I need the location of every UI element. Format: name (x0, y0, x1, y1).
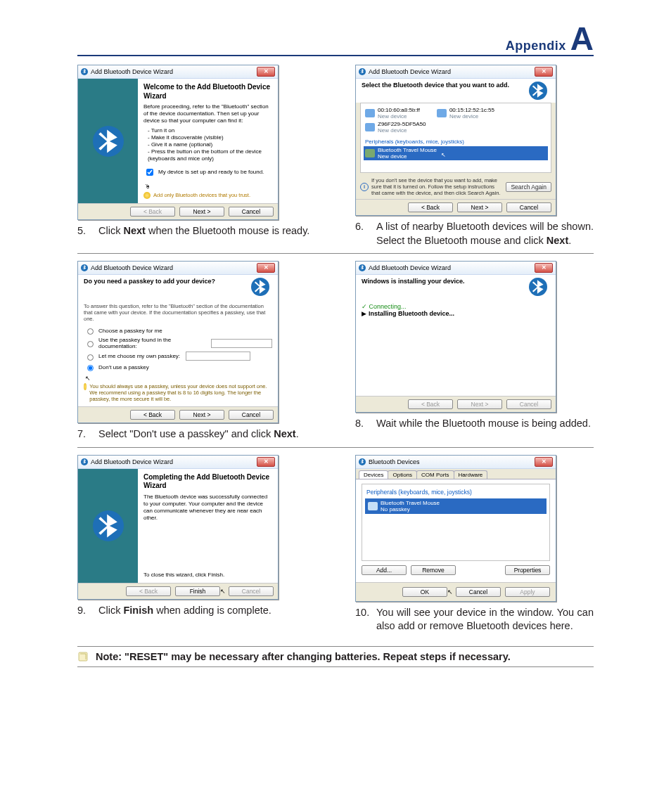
mouse-icon (368, 502, 378, 510)
wizard-step9: Add Bluetooth Device Wizard✕ Completing … (77, 455, 279, 600)
remove-button[interactable]: Remove (411, 565, 456, 575)
cursor-icon: ↖ (220, 588, 226, 598)
wizard-step6: Add Bluetooth Device Wizard ✕ Select the… (355, 65, 556, 216)
step9-caption: 9. Click Finish when adding is complete. (77, 604, 316, 618)
bluetooth-icon (529, 278, 550, 297)
cancel-button[interactable]: Cancel (229, 207, 274, 217)
note-icon (77, 651, 89, 662)
passkey-question: Do you need a passkey to add your device… (84, 278, 215, 285)
passkey-option-none[interactable]: Don't use a passkey (84, 363, 272, 371)
passkey-option-doc[interactable]: Use the passkey found in the documentati… (84, 337, 272, 349)
cancel-button: Cancel (506, 399, 551, 409)
bluetooth-icon (251, 278, 272, 297)
cancel-button[interactable]: Cancel (506, 202, 551, 212)
back-button[interactable]: < Back (408, 202, 453, 212)
bluetooth-icon (529, 82, 550, 101)
passkey-option-choose[interactable]: Choose a passkey for me (84, 326, 272, 335)
bluetooth-icon (81, 458, 88, 465)
cancel-button[interactable]: Cancel (229, 410, 274, 420)
step6-caption: 6. A list of nearby Bluetooth devices wi… (355, 220, 594, 247)
wizard-step5: Add Bluetooth Device Wizard ✕ Welcome to… (77, 65, 279, 220)
shield-icon (84, 383, 87, 390)
cancel-button: Cancel (229, 586, 274, 596)
close-icon[interactable]: ✕ (535, 457, 553, 467)
bluetooth-icon (359, 458, 366, 465)
passkey-input[interactable] (211, 339, 272, 348)
close-icon[interactable]: ✕ (257, 67, 275, 77)
check-icon: ✓ (362, 303, 367, 310)
cancel-button[interactable]: Cancel (456, 587, 501, 597)
cursor-icon: ↖ (85, 375, 91, 382)
selected-device[interactable]: Bluetooth Travel MouseNo passkey (365, 498, 547, 514)
close-icon[interactable]: ✕ (257, 457, 275, 467)
tab-options[interactable]: Options (388, 470, 417, 479)
wizard-step8: Add Bluetooth Device Wizard✕ Windows is … (355, 261, 556, 413)
add-button[interactable]: Add... (362, 565, 407, 575)
bluetooth-icon (359, 264, 366, 271)
shield-icon (143, 192, 151, 199)
arrow-icon: ▶ (362, 310, 366, 317)
bluetooth-devices-dialog: Bluetooth Devices✕ Devices Options COM P… (355, 455, 556, 602)
tab-strip: Devices Options COM Ports Hardware (356, 469, 556, 479)
page-header: Appendix A (77, 22, 594, 56)
next-button[interactable]: Next > (179, 207, 224, 217)
back-button: < Back (126, 586, 171, 596)
wizard-step7: Add Bluetooth Device Wizard✕ Do you need… (77, 261, 279, 423)
ready-checkbox[interactable]: My device is set up and ready to be foun… (143, 167, 272, 178)
bluetooth-icon (81, 264, 88, 271)
dialog-title: Add Bluetooth Device Wizard (81, 68, 173, 75)
step10-caption: 10. You will see your device in the wind… (355, 606, 594, 633)
apply-button: Apply (505, 587, 550, 597)
back-button[interactable]: < Back (130, 410, 175, 420)
cursor-icon: ↖ (447, 588, 453, 598)
device-icon (365, 123, 375, 131)
cursor-icon: 🖱 (145, 183, 151, 191)
finish-button[interactable]: Finish (175, 586, 220, 596)
appendix-letter: A (570, 22, 594, 55)
bluetooth-icon (81, 68, 88, 75)
step5-caption: 5. Click Next when the Bluetooth mouse i… (77, 224, 316, 238)
next-button: Next > (457, 399, 502, 409)
connecting-status: ✓ Connecting... (362, 303, 550, 310)
appendix-label: Appendix (506, 39, 566, 53)
search-again-button[interactable]: Search Again (506, 182, 551, 192)
mouse-icon (365, 149, 375, 157)
close-icon[interactable]: ✕ (535, 263, 553, 273)
tab-hardware[interactable]: Hardware (454, 470, 488, 479)
next-button[interactable]: Next > (457, 202, 502, 212)
note-row: Note: "RESET" may be necessary after cha… (77, 646, 594, 667)
installing-heading: Windows is installing your device. (362, 278, 464, 285)
selected-device[interactable]: Bluetooth Travel MouseNew device↖ (364, 146, 548, 160)
ok-button[interactable]: OK (402, 587, 447, 597)
bluetooth-icon (359, 68, 366, 75)
device-icon (437, 109, 447, 117)
bluetooth-sidebar-icon (78, 469, 138, 583)
device-icon (365, 109, 375, 117)
cursor-icon: ↖ (441, 152, 446, 158)
tab-devices[interactable]: Devices (359, 470, 388, 479)
bluetooth-sidebar-icon (78, 79, 138, 203)
note-text: Note: "RESET" may be necessary after cha… (96, 651, 511, 662)
passkey-input[interactable] (186, 352, 250, 361)
step8-caption: 8. Wait while the Bluetooth mouse is bei… (355, 417, 594, 431)
step7-caption: 7. Select "Don't use a passkey" and clic… (77, 427, 316, 442)
select-device-prompt: Select the Bluetooth device that you wan… (362, 82, 509, 89)
wizard-heading: Completing the Add Bluetooth Device Wiza… (143, 473, 272, 491)
back-button: < Back (130, 207, 175, 217)
close-icon[interactable]: ✕ (535, 67, 553, 77)
device-list[interactable]: 00:10:60:a8:5b:ffNew device 00:15:12:52:… (360, 103, 551, 173)
next-button[interactable]: Next > (179, 410, 224, 420)
tab-comports[interactable]: COM Ports (416, 470, 454, 479)
device-list[interactable]: Peripherals (keyboards, mice, joysticks)… (362, 484, 550, 561)
passkey-option-own[interactable]: Let me choose my own passkey: (84, 352, 272, 361)
installing-status: ▶Installing Bluetooth device... (362, 310, 550, 317)
back-button: < Back (408, 399, 453, 409)
properties-button[interactable]: Properties (505, 565, 550, 575)
info-icon: i (360, 183, 369, 191)
close-icon[interactable]: ✕ (257, 263, 275, 273)
wizard-heading: Welcome to the Add Bluetooth Device Wiza… (143, 83, 272, 101)
